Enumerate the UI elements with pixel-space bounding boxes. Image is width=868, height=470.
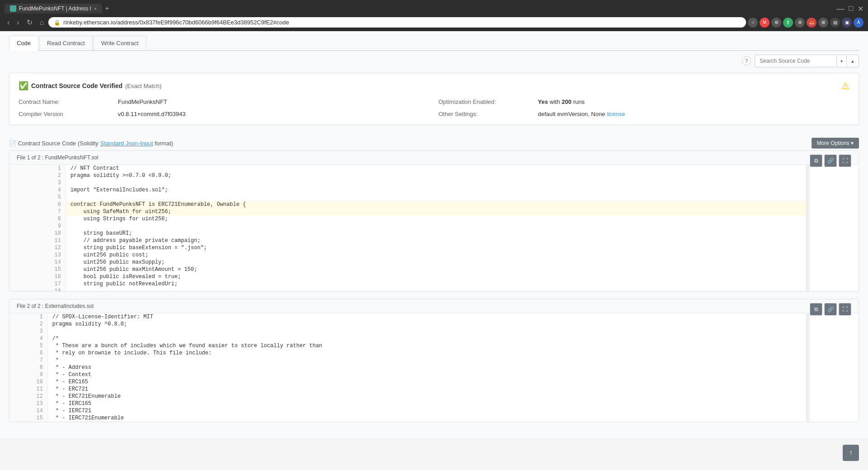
table-row: 12 * - ERC721Enumerable <box>9 393 810 400</box>
file-1-code-block[interactable]: 1// NFT Contract2pragma solidity >=0.7.0… <box>9 165 810 291</box>
ext-icon-3[interactable]: ₿ <box>783 18 793 28</box>
ext-bookmark-icon[interactable]: ☆ <box>748 18 758 28</box>
file-2-label: File 2 of 2 : ExternalIncludes.sol ⧉ 🔗 ⛶ <box>9 299 859 313</box>
tab-close-button[interactable]: × <box>94 6 97 11</box>
optimization-unit: runs <box>573 98 584 105</box>
file1-expand-button[interactable]: ⛶ <box>839 154 851 167</box>
contract-name-value: FundMePunksNFT <box>118 98 429 105</box>
standard-json-link[interactable]: Standard Json-Input <box>100 140 153 147</box>
settings-value: default evmVersion, None license <box>538 111 849 117</box>
file2-copy-button[interactable]: ⧉ <box>810 303 822 316</box>
minimize-button[interactable]: — <box>836 4 845 14</box>
warning-icon: ⚠ <box>841 80 849 91</box>
ext-icon-6[interactable]: ⊞ <box>818 18 828 28</box>
optimization-runs-num: 200 <box>562 98 572 105</box>
tab-favicon <box>10 5 16 12</box>
line-number: 15 <box>9 414 47 422</box>
line-number: 13 <box>9 400 47 407</box>
line-number: 13 <box>9 251 65 259</box>
table-row: 2pragma solidity ^0.8.0; <box>9 321 810 328</box>
optimization-with: with <box>550 98 560 105</box>
table-row: 13 uint256 public cost; <box>9 251 810 259</box>
ext-icon-5[interactable]: 🦊 <box>807 18 817 28</box>
ext-icon-1[interactable]: M <box>760 18 770 28</box>
contract-tabs: Code Read Contract Write Contract <box>9 31 859 51</box>
line-content: * - IERC165 <box>47 400 810 407</box>
back-button[interactable]: ‹ <box>5 18 12 28</box>
line-content: uint256 public cost; <box>65 251 810 259</box>
table-row: 13 * - IERC165 <box>9 400 810 407</box>
ext-icon-8[interactable]: ▣ <box>842 18 852 28</box>
home-button[interactable]: ⌂ <box>37 18 47 28</box>
settings-evm: evmVersion, <box>557 111 590 117</box>
maximize-button[interactable]: ☐ <box>848 5 854 12</box>
license-link[interactable]: license <box>607 111 625 117</box>
file-2-code-block[interactable]: 1// SPDX-License-Identifier: MIT2pragma … <box>9 313 810 422</box>
table-row: 10 * - ERC165 <box>9 378 810 386</box>
table-row: 11 * - ERC721 <box>9 386 810 393</box>
line-number: 2 <box>9 172 65 179</box>
table-row: 9 <box>9 223 810 230</box>
more-options-button[interactable]: More Options ▾ <box>812 138 859 149</box>
verified-section: ✅ Contract Source Code Verified (Exact M… <box>9 73 859 125</box>
ext-icon-7[interactable]: ▤ <box>830 18 840 28</box>
file-1-label: File 1 of 2 : FundMePunksNFT.sol ⧉ 🔗 ⛶ <box>9 151 859 165</box>
forward-button[interactable]: › <box>14 18 22 28</box>
user-avatar[interactable]: A <box>854 18 863 28</box>
line-content: * - IERC721Enumerable <box>47 414 810 422</box>
search-dropdown-button[interactable]: ▾ <box>836 56 846 66</box>
line-number: 4 <box>9 186 65 194</box>
line-content: * These are a bunch of includes which we… <box>47 342 810 349</box>
table-row: 1// SPDX-License-Identifier: MIT <box>9 313 810 321</box>
table-row: 5 <box>9 194 810 201</box>
search-source-input[interactable] <box>755 55 836 67</box>
line-content: * - Address <box>47 364 810 371</box>
table-row: 5 * These are a bunch of includes which … <box>9 342 810 349</box>
file2-expand-button[interactable]: ⛶ <box>839 303 851 316</box>
line-content: pragma solidity >=0.7.0 <0.9.0; <box>65 172 810 179</box>
scrollbar-1[interactable] <box>806 165 810 291</box>
table-row: 1// NFT Contract <box>9 165 810 172</box>
search-collapse-button[interactable]: ▲ <box>846 56 859 66</box>
line-content <box>65 288 810 291</box>
table-row: 10 string baseURI; <box>9 230 810 237</box>
tab-write-contract[interactable]: Write Contract <box>93 36 146 50</box>
line-content: string public baseExtension = ".json"; <box>65 244 810 251</box>
tab-code[interactable]: Code <box>9 36 38 51</box>
file2-link-button[interactable]: 🔗 <box>824 303 837 316</box>
scrollbar-2[interactable] <box>806 313 810 422</box>
contract-info: Contract Name: FundMePunksNFT Optimizati… <box>19 98 849 117</box>
line-content: * <box>47 357 810 364</box>
line-content <box>65 179 810 186</box>
table-row: 4/* <box>9 335 810 342</box>
close-window-button[interactable]: ✕ <box>858 5 863 13</box>
ext-icon-4[interactable]: ⚙ <box>795 18 805 28</box>
table-row: 14 uint256 public maxSupply; <box>9 259 810 266</box>
line-content: using Strings for uint256; <box>65 215 810 223</box>
file1-copy-button[interactable]: ⧉ <box>810 154 822 167</box>
line-content: using SafeMath for uint256; <box>65 208 810 215</box>
ext-icon-2[interactable]: ⚙ <box>771 18 781 28</box>
table-row: 6 * rely on brownie to include. This fil… <box>9 349 810 357</box>
table-row: 3 <box>9 328 810 335</box>
line-number: 9 <box>9 371 47 378</box>
line-number: 12 <box>9 393 47 400</box>
line-number: 8 <box>9 364 47 371</box>
table-row: 11 // address payable private campaign; <box>9 237 810 244</box>
browser-chrome: FundMePunksNFT | Address 0x8... × + — ☐ … <box>0 0 868 31</box>
refresh-button[interactable]: ↻ <box>24 17 35 28</box>
help-button[interactable]: ? <box>742 56 751 65</box>
new-tab-button[interactable]: + <box>105 5 109 13</box>
line-number: 10 <box>9 378 47 386</box>
active-tab[interactable]: FundMePunksNFT | Address 0x8... × <box>5 4 102 14</box>
source-code-title: 📄 Contract Source Code (Solidity Standar… <box>9 140 173 147</box>
source-code-header: 📄 Contract Source Code (Solidity Standar… <box>9 134 859 150</box>
file1-link-button[interactable]: 🔗 <box>824 154 837 167</box>
tab-read-contract[interactable]: Read Contract <box>39 36 93 50</box>
compiler-label: Compiler Version <box>19 111 109 117</box>
line-number: 5 <box>9 342 47 349</box>
address-bar[interactable]: 🔒 rinkeby.etherscan.io/address/0x837feE9… <box>48 17 746 28</box>
line-content: * - ERC721Enumerable <box>47 393 810 400</box>
line-number: 1 <box>9 165 65 172</box>
line-number: 11 <box>9 386 47 393</box>
